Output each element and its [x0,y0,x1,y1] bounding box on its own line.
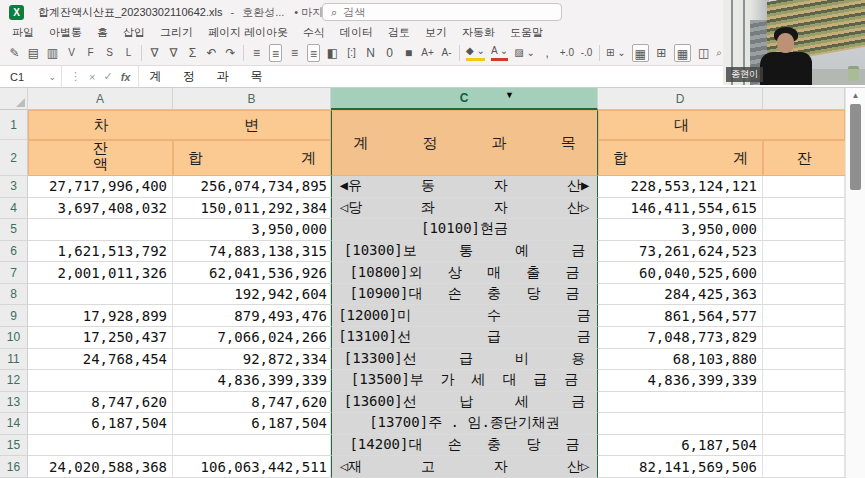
font-bigger-icon[interactable]: A+ [421,44,434,62]
align-left-icon[interactable]: ≡ [250,44,263,62]
cell-d[interactable] [598,413,763,435]
tab-review[interactable]: 검토 [388,25,410,40]
cell-b2-total-header[interactable]: 합 계 [173,140,331,176]
cell-c[interactable]: [10100]현금 [331,219,598,241]
row-header[interactable]: 4 [0,198,28,220]
row-header[interactable]: 14 [0,413,28,435]
cancel-icon[interactable]: × [89,71,95,83]
tab-custom[interactable]: 아별통 [49,25,82,40]
column-header-b[interactable]: B [173,88,331,110]
row-header[interactable]: 16 [0,456,28,478]
cell-e2-balance-header[interactable]: 잔 [763,140,845,176]
cell-b[interactable]: 6,187,504 [173,413,331,435]
cell-a[interactable]: 8,747,620 [28,392,173,414]
cell-d[interactable]: 73,261,624,523 [598,241,763,263]
row-header[interactable]: 10 [0,327,28,349]
cell-b[interactable]: 106,063,442,511 [173,456,331,478]
cell-e[interactable] [763,219,845,241]
cell-b[interactable]: 879,493,476 [173,305,331,327]
cell-c[interactable]: ◁재 고 자 산▷ [331,456,598,478]
cell-d[interactable] [598,392,763,414]
cell-d2-total-header[interactable]: 합 계 [598,140,763,176]
row-header[interactable]: 5 [0,219,28,241]
scroll-up-icon[interactable]: ▲ [846,88,865,100]
borders-icon[interactable]: ⊞ ⌄ [606,44,626,62]
cell-e[interactable] [763,370,845,392]
cell-e[interactable] [763,456,845,478]
cell-e[interactable] [763,392,845,414]
font-smaller-icon[interactable]: A- [440,44,453,62]
style-v-icon[interactable]: V [65,44,78,62]
cell-b[interactable]: 92,872,334 [173,349,331,371]
cell-e[interactable] [763,262,845,284]
cell-e[interactable] [763,435,845,457]
cell-c1-account-title[interactable]: 계 정 과 목 [331,110,598,176]
format-painter-icon[interactable]: ✎ [8,44,21,62]
filter-icon[interactable]: ∇ [148,44,161,62]
cell-d[interactable]: 861,564,577 [598,305,763,327]
cell-d[interactable]: 68,103,880 [598,349,763,371]
cell-d[interactable]: 6,187,504 [598,435,763,457]
style-f-icon[interactable]: F [84,44,97,62]
row-header[interactable]: 7 [0,262,28,284]
cell-e[interactable] [763,176,845,198]
tab-home[interactable]: 홈 [97,25,108,40]
chevron-down-icon[interactable]: ⌄ [48,72,56,82]
cell-d[interactable]: 146,411,554,615 [598,198,763,220]
row-header[interactable]: 9 [0,305,28,327]
row-header[interactable]: 3 [0,176,28,198]
no-format-icon[interactable]: N [364,44,377,62]
cell-b[interactable]: 62,041,536,926 [173,262,331,284]
row-header[interactable]: 13 [0,392,28,414]
cell-a[interactable] [28,284,173,306]
row-header[interactable]: 11 [0,349,28,371]
comma-style-icon[interactable]: , [541,44,554,62]
row-header[interactable]: 12 [0,370,28,392]
cell-b[interactable]: 192,942,604 [173,284,331,306]
zero-style-icon[interactable]: 0 [383,44,396,62]
cell-a1-debit-header[interactable]: 차 변 [28,110,331,140]
search-box[interactable]: ⌕ [322,3,562,21]
row-header[interactable]: 15 [0,435,28,457]
tab-help[interactable]: 도움말 [510,25,543,40]
cell-c[interactable]: [13100]선 급 금 [331,327,598,349]
cell-a2-balance-header[interactable]: 잔 액 [28,140,173,176]
cell-c[interactable]: ◀유 동 자 산▶ [331,176,598,198]
cell-e[interactable] [763,413,845,435]
cell-c[interactable]: [10900]대 손 충 당 금 [331,284,598,306]
tab-file[interactable]: 파일 [12,25,34,40]
cell-a[interactable]: 3,697,408,032 [28,198,173,220]
name-box[interactable]: C1 ⌄ [0,66,62,87]
clear-filter-icon[interactable]: ∇ [167,44,180,62]
cell-style-icon[interactable]: ▨ ⌄ [514,44,535,62]
cell-b[interactable]: 4,836,399,339 [173,370,331,392]
row-header[interactable]: 6 [0,241,28,263]
cell-e[interactable] [763,305,845,327]
cell-d[interactable]: 3,950,000 [598,219,763,241]
select-all-corner[interactable] [0,88,28,110]
enter-icon[interactable]: ✓ [103,70,112,83]
merge-center-icon[interactable]: ▦ [632,44,649,62]
style-l-icon[interactable]: L [122,44,135,62]
tab-draw[interactable]: 그리기 [160,25,193,40]
cell-e[interactable] [763,349,845,371]
cell-c[interactable]: ◁당 좌 자 산▷ [331,198,598,220]
merge-cells-icon[interactable]: ⊞ [655,44,668,62]
style-s-icon[interactable]: S [103,44,116,62]
column-header-a[interactable]: A [28,88,173,110]
cell-b[interactable]: 3,950,000 [173,219,331,241]
tab-formulas[interactable]: 수식 [303,25,325,40]
wrap-text-icon[interactable]: ≡ [307,44,320,62]
cell-d[interactable]: 228,553,124,121 [598,176,763,198]
cell-a[interactable]: 24,768,454 [28,349,173,371]
cell-c[interactable]: [12000]미 수 금 [331,305,598,327]
column-header-d[interactable]: D [598,88,763,110]
cell-b[interactable] [173,435,331,457]
cell-b[interactable]: 256,074,734,895 [173,176,331,198]
column-header-e[interactable] [763,88,845,110]
row-header[interactable]: 1 [0,110,28,140]
cell-c[interactable]: [13700]주 . 임.종단기채권 [331,413,598,435]
cell-c[interactable]: [14200]대 손 충 당 금 [331,435,598,457]
formula-input[interactable]: 계 정 과 목 [139,68,262,85]
cell-b[interactable]: 150,011,292,384 [173,198,331,220]
